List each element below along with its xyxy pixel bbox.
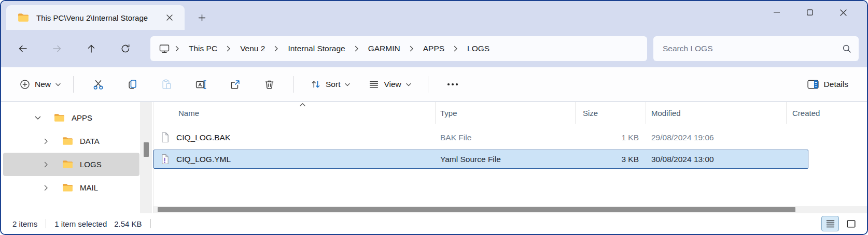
address-bar[interactable]: This PC Venu 2 Internal Storage GARMIN A…	[150, 36, 647, 61]
more-options-button[interactable]	[441, 74, 464, 95]
chevron-down-icon[interactable]	[34, 116, 41, 120]
chevron-down-icon	[345, 83, 350, 86]
selection-count: 1 item selected	[54, 219, 107, 228]
sort-button-label: Sort	[326, 80, 340, 89]
sidebar-item-logs[interactable]: LOGS	[3, 153, 139, 176]
file-type: BAK File	[436, 133, 576, 142]
tab-close-icon[interactable]	[162, 10, 177, 25]
yml-file-icon	[161, 154, 170, 165]
sidebar-scrollbar-thumb[interactable]	[144, 142, 149, 157]
maximize-button[interactable]	[793, 1, 827, 24]
chevron-down-icon	[55, 83, 61, 86]
folder-icon	[62, 160, 73, 169]
explorer-tab[interactable]: This PC\Venu 2\Internal Storage	[6, 5, 185, 30]
details-view-toggle[interactable]	[821, 216, 839, 231]
copy-button[interactable]	[121, 74, 144, 95]
breadcrumb-chevron-icon	[269, 46, 284, 52]
breadcrumb-item-logs[interactable]: LOGS	[463, 41, 494, 56]
file-explorer-window: This PC\Venu 2\Internal Storage	[0, 0, 868, 235]
command-toolbar: New	[1, 67, 867, 102]
rename-button[interactable]	[189, 74, 212, 95]
tab-title: This PC\Venu 2\Internal Storage	[36, 13, 160, 22]
cut-button[interactable]	[87, 74, 109, 95]
sort-button[interactable]: Sort	[304, 75, 356, 94]
file-modified: 29/08/2024 19:06	[646, 133, 787, 142]
folder-icon	[54, 113, 65, 122]
horizontal-scrollbar[interactable]	[153, 206, 867, 213]
file-size: 3 KB	[576, 155, 646, 164]
breadcrumb-item-garmin[interactable]: GARMIN	[364, 41, 404, 56]
column-header-name[interactable]: Name	[153, 102, 435, 124]
horizontal-scrollbar-thumb[interactable]	[158, 207, 795, 212]
sidebar-item-mail[interactable]: MAIL	[3, 176, 139, 199]
column-header-size[interactable]: Size	[575, 102, 646, 124]
breadcrumb-item-this-pc[interactable]: This PC	[185, 41, 221, 56]
file-list: Name Type Size Modified Created CIQ_LOG.…	[153, 102, 867, 213]
selection-size: 2.54 KB	[114, 219, 142, 228]
breadcrumb-chevron-icon	[449, 46, 463, 52]
refresh-button[interactable]	[115, 38, 136, 59]
breadcrumb-item-internal-storage[interactable]: Internal Storage	[284, 41, 349, 56]
toolbar-separator	[293, 76, 294, 93]
chevron-right-icon[interactable]	[43, 185, 49, 191]
details-pane-icon	[807, 80, 819, 89]
navigation-bar: This PC Venu 2 Internal Storage GARMIN A…	[1, 30, 867, 67]
sidebar-scrollbar[interactable]	[140, 102, 152, 213]
sidebar-item-label: LOGS	[80, 160, 102, 169]
paste-button[interactable]	[155, 74, 178, 95]
folder-icon	[18, 13, 29, 22]
toolbar-separator	[428, 76, 428, 93]
share-button[interactable]	[223, 74, 246, 95]
folder-icon	[62, 183, 73, 192]
column-headers: Name Type Size Modified Created	[153, 102, 867, 124]
new-tab-button[interactable]	[193, 9, 211, 26]
this-pc-icon	[159, 43, 170, 54]
breadcrumb-chevron-icon	[221, 46, 236, 52]
items-count: 2 items	[12, 219, 37, 228]
chevron-right-icon[interactable]	[43, 161, 49, 168]
file-row-ciq-log-yml[interactable]: CIQ_LOG.YML Yaml Source File 3 KB 30/08/…	[153, 150, 808, 169]
large-icons-view-toggle[interactable]	[842, 216, 860, 231]
sort-icon	[311, 79, 321, 90]
search-input[interactable]	[662, 43, 842, 54]
folder-icon	[62, 137, 73, 145]
status-separator	[150, 219, 151, 228]
back-button[interactable]	[12, 38, 33, 59]
breadcrumb-item-apps[interactable]: APPS	[419, 41, 449, 56]
view-lines-icon	[369, 79, 379, 90]
explorer-body: APPS DATA LOGS	[1, 102, 867, 213]
breadcrumb-chevron-icon	[170, 46, 185, 52]
minimize-button[interactable]	[760, 1, 793, 24]
file-rows: CIQ_LOG.BAK BAK File 1 KB 29/08/2024 19:…	[153, 128, 867, 169]
view-button[interactable]: View	[362, 75, 417, 94]
breadcrumb-chevron-icon	[349, 46, 364, 52]
breadcrumb-item-venu-2[interactable]: Venu 2	[236, 41, 269, 56]
sidebar-item-data[interactable]: DATA	[3, 129, 139, 153]
up-button[interactable]	[81, 38, 102, 59]
close-button[interactable]	[827, 1, 860, 24]
details-pane-button[interactable]: Details	[802, 76, 853, 93]
generic-file-icon	[161, 132, 170, 143]
delete-button[interactable]	[258, 74, 281, 95]
sidebar-item-apps[interactable]: APPS	[3, 106, 139, 129]
file-name: CIQ_LOG.BAK	[176, 133, 230, 142]
new-button-label: New	[35, 80, 51, 89]
search-icon[interactable]	[842, 44, 851, 53]
sidebar-item-label: MAIL	[80, 183, 98, 192]
column-header-modified[interactable]: Modified	[646, 102, 786, 124]
navigation-pane: APPS DATA LOGS	[1, 102, 153, 213]
status-separator	[46, 219, 46, 228]
new-button[interactable]: New	[15, 75, 66, 94]
chevron-down-icon	[406, 83, 411, 86]
file-row-ciq-log-bak[interactable]: CIQ_LOG.BAK BAK File 1 KB 29/08/2024 19:…	[153, 128, 808, 147]
file-size: 1 KB	[576, 133, 646, 142]
view-button-label: View	[384, 80, 401, 89]
column-header-type[interactable]: Type	[435, 102, 575, 124]
column-header-created[interactable]: Created	[786, 102, 867, 124]
details-pane-label: Details	[824, 80, 848, 89]
view-toggles	[821, 216, 860, 231]
sidebar-item-label: DATA	[80, 137, 100, 145]
forward-button[interactable]	[47, 38, 67, 59]
chevron-right-icon[interactable]	[43, 138, 49, 144]
file-name: CIQ_LOG.YML	[176, 155, 231, 164]
